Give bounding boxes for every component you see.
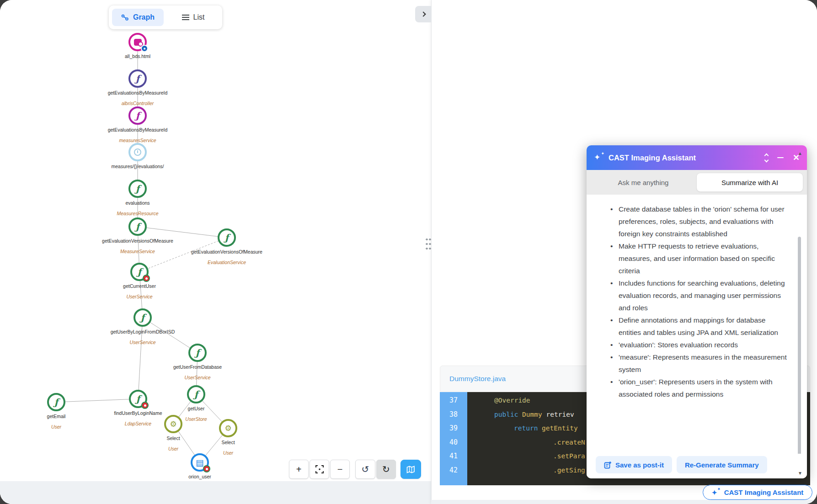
assistant-tabs: Ask me anything Summarize with AI — [587, 170, 807, 195]
graph-node[interactable]: ƒ — [188, 344, 207, 362]
regenerate-summary-label: Re-Generate Summary — [685, 461, 759, 469]
sparkle-icon: ✦✦ — [712, 488, 720, 497]
summary-bullet: Define annotations and mappings for data… — [610, 314, 787, 339]
chevron-right-icon — [421, 11, 426, 16]
node-parent-label: measuresService — [83, 138, 192, 143]
save-as-postit-label: Save as post-it — [615, 461, 664, 469]
summary-bullet: Create database tables in the 'orion' sc… — [610, 203, 787, 240]
resize-panel-button[interactable] — [765, 154, 768, 162]
graph-view-label: Graph — [133, 13, 155, 21]
zoom-in-button[interactable]: + — [289, 460, 309, 479]
tab-summarize-with-ai[interactable]: Summarize with AI — [696, 173, 803, 192]
node-parent-label: UserService — [143, 375, 252, 380]
zoom-out-button[interactable]: − — [330, 460, 350, 479]
summary-bullet: Includes functions for searching evaluat… — [610, 277, 787, 314]
assistant-scrollbar[interactable] — [798, 237, 801, 467]
function-icon: ƒ — [194, 390, 198, 399]
source-file-link[interactable]: DummyStore.java — [449, 375, 506, 383]
node-label: all_bds.html — [83, 53, 192, 59]
graph-node[interactable]: ƒ — [130, 263, 149, 281]
line-number: 39 — [440, 421, 467, 435]
line-number: 41 — [440, 449, 467, 463]
plus-icon: + — [296, 464, 302, 475]
list-icon — [182, 15, 189, 20]
assistant-launcher-button[interactable]: ✦✦ CAST Imaging Assistant — [703, 485, 812, 500]
graph-node[interactable]: ƒ — [128, 218, 147, 236]
minimize-icon — [777, 157, 784, 159]
function-icon: ƒ — [225, 233, 229, 242]
graph-canvas[interactable]: ★all_bds.htmlƒgetEvaluationsByMeasureIda… — [0, 0, 431, 504]
map-icon — [406, 466, 415, 473]
graph-node[interactable]: ƒ — [133, 308, 152, 327]
redo-button[interactable]: ↻ — [376, 460, 396, 479]
graph-node[interactable]: ⚙ — [164, 415, 182, 433]
assistant-header[interactable]: ✦✦ CAST Imaging Assistant ✕ — [587, 145, 807, 170]
node-label: Select — [173, 440, 283, 445]
assistant-launcher-label: CAST Imaging Assistant — [724, 488, 804, 496]
node-parent-label: UserService — [85, 294, 194, 299]
window-bottom-strip — [431, 500, 817, 504]
panel-collapse-button[interactable] — [415, 6, 431, 22]
node-label: getEvaluationVersionsOfMeasure — [83, 238, 192, 244]
list-view-button[interactable]: List — [167, 9, 219, 26]
minimize-button[interactable] — [777, 157, 784, 159]
undo-icon: ↺ — [362, 464, 369, 475]
node-label: getEvaluationVersionsOfMeasure — [172, 249, 282, 255]
fit-to-screen-button[interactable] — [310, 460, 329, 479]
cast-imaging-assistant-panel: ✦✦ CAST Imaging Assistant ✕ Ask me anyth… — [587, 145, 807, 478]
line-number-gutter: 373839404142 — [440, 392, 467, 485]
minimap-button[interactable] — [400, 460, 421, 479]
graph-node[interactable]: ▤ — [191, 453, 209, 472]
database-table-icon: ▤ — [196, 458, 204, 467]
line-number: 42 — [440, 463, 467, 477]
graph-node[interactable]: ƒ — [47, 393, 65, 411]
graph-node[interactable]: ƒ — [218, 228, 236, 247]
summary-bullet: Make HTTP requests to retrieve evaluatio… — [610, 240, 787, 277]
function-icon: ƒ — [54, 398, 59, 407]
summary-bullet: 'orion_user': Represents users in the sy… — [610, 376, 787, 400]
html-page-icon — [134, 39, 142, 46]
function-icon: ƒ — [136, 394, 140, 403]
node-label: getUserByLoginFromDBorISD — [88, 329, 198, 334]
assistant-title: CAST Imaging Assistant — [609, 154, 696, 162]
graph-node[interactable]: ƒ — [128, 69, 147, 88]
line-number: 38 — [440, 408, 467, 422]
regenerate-summary-button[interactable]: Re-Generate Summary — [677, 456, 767, 473]
save-as-postit-button[interactable]: Save as post-it — [596, 456, 672, 473]
function-icon: ƒ — [136, 74, 140, 83]
summary-bullet: 'evaluation': Stores evaluation records — [610, 339, 787, 351]
list-view-label: List — [193, 13, 205, 21]
graph-node[interactable]: ƒ — [128, 106, 147, 125]
fit-icon — [315, 465, 324, 473]
location-pin-badge — [143, 275, 150, 282]
line-number: 40 — [440, 435, 467, 450]
graph-node[interactable]: ƒ — [128, 180, 147, 198]
function-icon: ƒ — [141, 313, 145, 322]
node-label: getCurrentUser — [85, 283, 194, 289]
graph-node[interactable]: ★ — [128, 33, 147, 51]
graph-node[interactable]: ƒ — [187, 385, 205, 403]
location-pin-badge — [203, 465, 210, 472]
node-label: orion_user — [145, 474, 255, 479]
graph-node[interactable]: ƒ — [129, 390, 147, 408]
graph-icon — [121, 14, 129, 21]
node-label: getUserFromDatabase — [143, 364, 252, 370]
assistant-summary-body[interactable]: Create database tables in the 'orion' sc… — [587, 195, 807, 454]
graph-node[interactable]: ⚙ — [219, 419, 237, 437]
line-number: 37 — [440, 393, 467, 408]
panel-drag-handle[interactable] — [425, 237, 432, 251]
scroll-up-arrow[interactable]: ▲ — [798, 151, 802, 156]
tab-ask-me-anything[interactable]: Ask me anything — [590, 173, 696, 192]
app-window: ★all_bds.htmlƒgetEvaluationsByMeasureIda… — [0, 0, 817, 504]
minus-icon: − — [337, 464, 343, 475]
node-parent-label: EvaluationService — [172, 260, 282, 265]
graph-view-button[interactable]: Graph — [112, 9, 164, 26]
node-parent-label: UserService — [88, 340, 198, 345]
redo-icon: ↻ — [382, 464, 390, 475]
node-parent-label: albrisController — [83, 101, 192, 106]
node-parent-label: UserStore — [141, 416, 251, 422]
undo-button[interactable]: ↺ — [355, 460, 375, 479]
scroll-down-arrow[interactable]: ▼ — [798, 471, 802, 476]
rest-get-icon — [134, 149, 141, 156]
graph-node[interactable] — [128, 143, 147, 161]
